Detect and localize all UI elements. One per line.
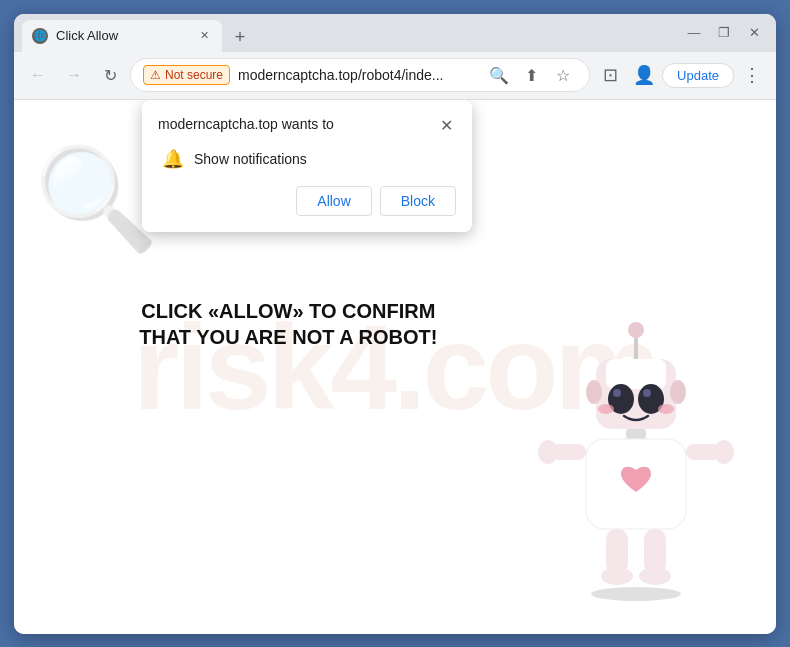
popup-actions: Allow Block xyxy=(158,186,456,216)
new-tab-button[interactable]: + xyxy=(226,24,254,52)
svg-point-16 xyxy=(538,440,558,464)
bookmark-icon[interactable]: ☆ xyxy=(549,61,577,89)
svg-point-17 xyxy=(714,440,734,464)
robot-illustration xyxy=(526,304,746,604)
url-text: moderncaptcha.top/robot4/inde... xyxy=(238,67,477,83)
block-button[interactable]: Block xyxy=(380,186,456,216)
search-icon[interactable]: 🔍 xyxy=(485,61,513,89)
permission-text: Show notifications xyxy=(194,151,307,167)
address-icons: 🔍 ⬆ ☆ xyxy=(485,61,577,89)
browser-window: 🌐 Click Allow ✕ + — ❐ ✕ ← → ↻ ⚠ Not secu… xyxy=(14,14,776,634)
maximize-button[interactable]: ❐ xyxy=(710,19,738,47)
svg-point-22 xyxy=(591,587,681,601)
svg-rect-12 xyxy=(626,429,646,439)
menu-icon[interactable]: ⋮ xyxy=(736,59,768,91)
bell-icon: 🔔 xyxy=(162,148,184,170)
robot-svg xyxy=(526,304,746,604)
browser-tab[interactable]: 🌐 Click Allow ✕ xyxy=(22,20,222,52)
popup-permission: 🔔 Show notifications xyxy=(158,148,456,170)
svg-point-9 xyxy=(658,404,674,414)
back-button[interactable]: ← xyxy=(22,59,54,91)
nav-bar: ← → ↻ ⚠ Not secure moderncaptcha.top/rob… xyxy=(14,52,776,100)
page-content: risk4.com 🔍 moderncaptcha.top wants to ✕… xyxy=(14,100,776,634)
popup-header: moderncaptcha.top wants to ✕ xyxy=(158,116,456,136)
minimize-button[interactable]: — xyxy=(680,19,708,47)
svg-point-6 xyxy=(613,389,621,397)
tab-favicon: 🌐 xyxy=(32,28,48,44)
tab-close-button[interactable]: ✕ xyxy=(196,28,212,44)
notification-popup: moderncaptcha.top wants to ✕ 🔔 Show noti… xyxy=(142,100,472,232)
allow-button[interactable]: Allow xyxy=(296,186,371,216)
title-bar: 🌐 Click Allow ✕ + — ❐ ✕ xyxy=(14,14,776,52)
svg-point-20 xyxy=(601,567,633,585)
forward-button[interactable]: → xyxy=(58,59,90,91)
update-button[interactable]: Update xyxy=(662,63,734,88)
svg-point-11 xyxy=(670,380,686,404)
tab-search-icon[interactable]: ⊡ xyxy=(594,59,626,91)
popup-close-button[interactable]: ✕ xyxy=(436,116,456,136)
svg-point-8 xyxy=(598,404,614,414)
page-main-text: CLICK «ALLOW» TO CONFIRM THAT YOU ARE NO… xyxy=(118,298,458,350)
refresh-button[interactable]: ↻ xyxy=(94,59,126,91)
magnifier-watermark-icon: 🔍 xyxy=(34,140,159,258)
svg-point-7 xyxy=(643,389,651,397)
popup-title: moderncaptcha.top wants to xyxy=(158,116,334,132)
security-badge: ⚠ Not secure xyxy=(143,65,230,85)
svg-point-1 xyxy=(628,322,644,338)
tab-bar: 🌐 Click Allow ✕ + xyxy=(22,14,674,52)
window-controls: — ❐ ✕ xyxy=(680,19,768,47)
address-bar[interactable]: ⚠ Not secure moderncaptcha.top/robot4/in… xyxy=(130,58,590,92)
svg-point-10 xyxy=(586,380,602,404)
tab-title: Click Allow xyxy=(56,28,188,43)
profile-icon[interactable]: 👤 xyxy=(628,59,660,91)
warning-icon: ⚠ xyxy=(150,68,161,82)
share-icon[interactable]: ⬆ xyxy=(517,61,545,89)
security-label: Not secure xyxy=(165,68,223,82)
svg-rect-3 xyxy=(606,359,666,389)
svg-point-21 xyxy=(639,567,671,585)
toolbar-right: ⊡ 👤 Update ⋮ xyxy=(594,59,768,91)
close-button[interactable]: ✕ xyxy=(740,19,768,47)
